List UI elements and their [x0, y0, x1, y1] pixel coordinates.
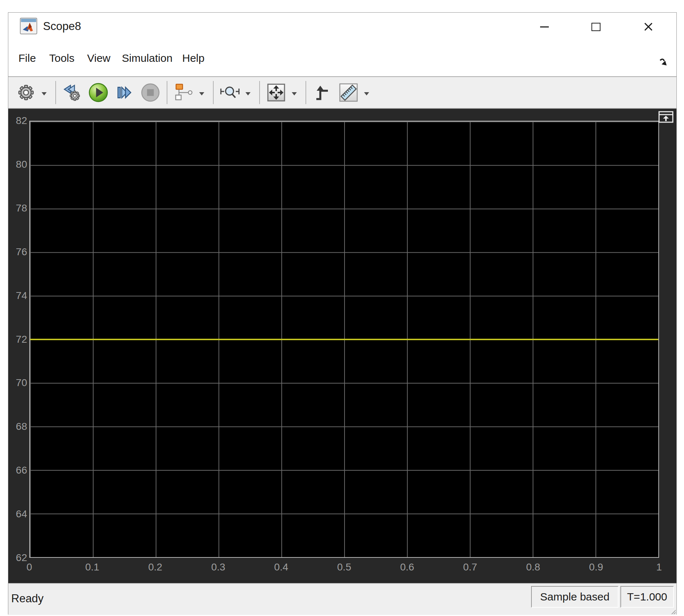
chevron-down-icon	[199, 92, 204, 95]
menu-bar: File Tools View Simulation Help	[8, 40, 676, 76]
zoom-dropdown[interactable]	[243, 81, 253, 104]
x-tick-label: 0.1	[85, 561, 99, 573]
x-tick-label: 0.8	[526, 561, 540, 573]
zoom-icon	[219, 84, 240, 101]
y-tick-label: 62	[16, 552, 27, 564]
gear-icon	[18, 84, 34, 101]
step-forward-button[interactable]	[114, 81, 135, 104]
matlab-scope-app-icon	[20, 18, 37, 34]
menu-item-view[interactable]: View	[87, 40, 110, 76]
plot-canvas: 8280787674727068666462 00.10.20.30.40.50…	[8, 109, 676, 583]
status-text: Ready	[11, 584, 44, 616]
run-button[interactable]	[88, 81, 109, 104]
trigger-button[interactable]	[312, 81, 333, 104]
signal-trace	[30, 339, 658, 340]
y-tick-label: 70	[16, 377, 27, 389]
close-icon	[643, 22, 653, 32]
scale-axes-dropdown[interactable]	[289, 81, 300, 104]
toolbar-separator	[55, 81, 56, 104]
toolbar	[8, 76, 676, 109]
toolbar-separator	[167, 81, 167, 104]
y-tick-label: 78	[16, 202, 27, 214]
y-tick-label: 64	[16, 508, 27, 520]
measurements-dropdown[interactable]	[361, 81, 372, 104]
x-tick-label: 0.7	[463, 561, 477, 573]
x-tick-label: 0.5	[337, 561, 351, 573]
menu-item-help[interactable]: Help	[182, 40, 205, 76]
y-tick-label: 68	[16, 421, 27, 432]
stop-icon	[141, 83, 160, 102]
restore-panel-icon	[658, 111, 674, 123]
trigger-icon	[315, 84, 330, 101]
zoom-button[interactable]	[219, 81, 240, 104]
toolbar-separator	[213, 81, 214, 104]
chevron-down-icon	[42, 92, 47, 95]
x-tick-label: 0.9	[589, 561, 603, 573]
scale-axes-button[interactable]	[266, 81, 287, 104]
signal-selector-dropdown[interactable]	[196, 81, 207, 104]
x-tick-label: 1	[656, 561, 662, 573]
parameters-dropdown[interactable]	[39, 81, 50, 104]
x-axis-labels: 00.10.20.30.40.50.60.70.80.91	[29, 561, 659, 576]
window-title: Scope8	[43, 13, 81, 40]
highlight-simulink-block-button[interactable]	[62, 81, 83, 104]
toolbar-separator	[259, 81, 260, 104]
resize-grip[interactable]	[670, 608, 676, 614]
minimize-button[interactable]	[533, 18, 556, 36]
axes-area[interactable]	[29, 121, 659, 558]
y-tick-label: 76	[16, 246, 27, 258]
scope-window: Scope8 File Tools View Simulation Help	[8, 12, 677, 615]
fit-to-view-icon	[267, 83, 286, 102]
chevron-down-icon	[245, 92, 251, 95]
signal-selector-button[interactable]	[173, 81, 194, 104]
y-tick-label: 82	[16, 115, 27, 127]
status-bar: Ready Sample based T=1.000	[8, 583, 676, 615]
restore-panel-button[interactable]	[658, 111, 674, 123]
chevron-down-icon	[364, 92, 369, 95]
measurements-button[interactable]	[338, 81, 359, 104]
y-tick-label: 72	[16, 334, 27, 345]
y-tick-label: 74	[16, 290, 27, 301]
x-tick-label: 0.6	[400, 561, 414, 573]
signal-selector-icon	[174, 83, 193, 102]
stop-button[interactable]	[140, 81, 161, 104]
maximize-icon	[591, 23, 600, 31]
x-tick-label: 0	[26, 561, 32, 573]
toolbar-separator	[305, 81, 306, 104]
sim-time-indicator: T=1.000	[620, 586, 674, 608]
ruler-icon	[339, 83, 358, 102]
y-tick-label: 66	[16, 465, 27, 476]
chevron-down-icon	[292, 92, 297, 95]
simulink-block-icon	[63, 83, 82, 102]
menu-item-simulation[interactable]: Simulation	[122, 40, 172, 76]
close-button[interactable]	[637, 18, 660, 36]
menu-item-tools[interactable]: Tools	[49, 40, 74, 76]
minimize-icon	[540, 26, 549, 27]
x-tick-label: 0.2	[148, 561, 162, 573]
x-tick-label: 0.4	[274, 561, 288, 573]
y-tick-label: 80	[16, 159, 27, 170]
x-tick-label: 0.3	[211, 561, 225, 573]
parameters-button[interactable]	[16, 81, 37, 104]
step-forward-icon	[115, 84, 133, 102]
title-bar[interactable]: Scope8	[8, 13, 676, 40]
y-axis-labels: 8280787674727068666462	[8, 121, 27, 558]
sample-mode-indicator: Sample based	[531, 586, 619, 608]
maximize-button[interactable]	[584, 18, 607, 36]
dock-arrow-icon[interactable]	[658, 57, 669, 67]
play-icon	[88, 82, 108, 103]
menu-item-file[interactable]: File	[18, 40, 36, 76]
